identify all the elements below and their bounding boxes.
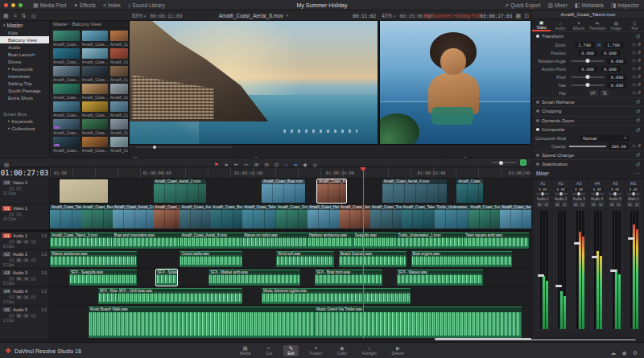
- value-x-field[interactable]: 1.700: [575, 42, 595, 48]
- source-clip-name-select[interactable]: Amalfi_Coast_Aerial_8.mov: [219, 10, 289, 20]
- audio-clip[interactable]: Waves ambience.wav: [50, 251, 137, 267]
- window-close-button[interactable]: [4, 3, 8, 7]
- solo-button[interactable]: S: [580, 202, 585, 207]
- timeline-options-icon-button[interactable]: ▤: [4, 155, 9, 170]
- param-slider[interactable]: [571, 60, 605, 62]
- window-zoom-button[interactable]: [19, 3, 23, 7]
- track-control-button[interactable]: M: [16, 258, 22, 263]
- timeline-options-button[interactable]: ▤: [4, 158, 9, 167]
- channel-fader[interactable]: [625, 209, 642, 331]
- track-control-button[interactable]: S: [23, 314, 29, 319]
- video-clip[interactable]: Amalfi_Coast_Town.mov: [456, 179, 483, 203]
- track-control-button[interactable]: [9, 277, 14, 282]
- value-x-field[interactable]: 0.000: [578, 66, 598, 72]
- track-header-v2[interactable]: V2Video 211 Clips: [0, 179, 49, 204]
- inspector-section-lens-correction[interactable]: Lens Correction↺: [532, 169, 644, 170]
- media-clip-card[interactable]: Amalfi_Coas...: [82, 31, 109, 47]
- timeline-zoom-slider[interactable]: [491, 162, 517, 163]
- mute-button[interactable]: M: [609, 202, 615, 207]
- video-clip[interactable]: Amalfi_Coast_Aerial_4.mov: [339, 205, 370, 228]
- media-clip-card[interactable]: Amalfi_Coas...: [82, 48, 109, 64]
- page-button-deliver[interactable]: ▶Deliver: [388, 345, 409, 357]
- media-clip-card[interactable]: Amalfi_Coas...: [110, 31, 128, 47]
- timeline-zoom-select[interactable]: 43%: [382, 13, 396, 19]
- mute-button[interactable]: M: [591, 202, 597, 207]
- channel-gain-value[interactable]: 0.00: [537, 187, 548, 191]
- channel-gain-value[interactable]: 0.00: [573, 187, 584, 191]
- video-clip[interactable]: Amalfi_Coast_Town.mov: [370, 205, 402, 228]
- bin-item-keywords[interactable]: ▸Keywords: [0, 65, 49, 72]
- reset-icon[interactable]: ↺: [635, 127, 640, 133]
- bin-item-boat-launch[interactable]: Boat Launch: [0, 51, 49, 58]
- pan-handle[interactable]: [632, 192, 634, 195]
- fader-handle[interactable]: [610, 270, 617, 272]
- solo-button[interactable]: S: [598, 202, 604, 207]
- scrub-handle[interactable]: [153, 146, 156, 149]
- section-enable-toggle[interactable]: [536, 119, 539, 122]
- track-control-button[interactable]: [9, 240, 14, 245]
- track-header-v1[interactable]: V1Video 115 Clips: [0, 204, 49, 232]
- topbar-metadata-button[interactable]: ◧Metadata: [575, 2, 604, 8]
- video-clip[interactable]: Amalfi_Coast_Kids.mov: [154, 205, 180, 228]
- track-lane-a2[interactable]: Waves ambience.wavCrowd walla.wavWind so…: [50, 250, 531, 269]
- track-control-button[interactable]: S: [23, 295, 29, 300]
- video-clip[interactable]: Amalfi_Coast_Sunset.mov: [469, 205, 500, 228]
- composite-mode-select[interactable]: Normal ▾: [580, 135, 630, 142]
- track-lane-v1[interactable]: Amalfi_Coast_Talent_3.movAmalfi_Coast_Be…: [50, 204, 531, 232]
- composite-section-header[interactable]: Composite ↺: [532, 125, 644, 134]
- bin-item-interviews[interactable]: Interviews: [0, 72, 49, 80]
- track-lane-a5[interactable]: Music Beach Walk.wavMusic Grand Via Trai…: [50, 306, 531, 339]
- media-clip-card[interactable]: Amalfi_Coas...: [82, 66, 109, 82]
- zoom-slider-handle[interactable]: [499, 161, 503, 165]
- timeline-ruler[interactable]: 01:0001:00:08:0001:00:16:0001:00:24:0001…: [50, 167, 531, 179]
- track-control-button[interactable]: [9, 295, 14, 300]
- window-minimize-button[interactable]: [11, 3, 15, 7]
- video-clip[interactable]: Amalfi_Coast_Kids.mov: [317, 179, 346, 203]
- audio-clip[interactable]: Music Beach Walk.wav: [89, 307, 315, 338]
- audio-clip[interactable]: SFX - Seagulls.wav: [69, 270, 137, 286]
- inspector-tab-video[interactable]: ▣Video: [532, 19, 551, 31]
- track-control-button[interactable]: [16, 212, 22, 217]
- topbar-mixer-button[interactable]: ▥Mixer: [547, 2, 568, 8]
- pan-handle[interactable]: [542, 192, 544, 195]
- tool-insert-button[interactable]: ⊞: [254, 155, 258, 170]
- track-header-a2[interactable]: A2Audio 22.0MS5 Clips: [0, 250, 49, 269]
- user-button[interactable]: ◉: [622, 344, 627, 358]
- track-control-button[interactable]: [31, 314, 36, 319]
- media-clip-card[interactable]: Amalfi_Coas...: [82, 101, 109, 117]
- mixer-channel-a4[interactable]: A40.00Audio 4MS: [589, 180, 606, 331]
- media-clip-card[interactable]: Amalfi_Coas...: [110, 66, 128, 82]
- video-clip[interactable]: Amalfi_Coast_Drone_2.mov: [276, 205, 308, 228]
- value-y-field[interactable]: 0.000: [601, 66, 621, 72]
- track-id-badge[interactable]: A3: [2, 270, 11, 275]
- timeline-name-select[interactable]: My Summer Holiday Edit: [423, 10, 486, 20]
- track-lane-a1[interactable]: Amalfi_Coast_Talent_3.movBoat and mounta…: [50, 232, 531, 250]
- param-slider[interactable]: [571, 84, 605, 86]
- page-button-color[interactable]: ◉Color: [333, 345, 351, 357]
- channel-gain-value[interactable]: 0.00: [628, 187, 639, 191]
- track-id-badge[interactable]: V1: [2, 206, 11, 211]
- track-id-badge[interactable]: V2: [2, 180, 11, 185]
- audio-clip[interactable]: SFX - Chill beat.wav: [118, 288, 242, 304]
- sort-button[interactable]: ⇅: [22, 13, 27, 19]
- track-control-button[interactable]: [31, 258, 36, 263]
- transform-section-header[interactable]: Transform ↺: [532, 31, 644, 41]
- page-button-cut[interactable]: ✂Cut: [262, 345, 276, 357]
- audio-clip[interactable]: Amalfi_Coast_Aerial_8.mov: [180, 232, 242, 249]
- track-control-button[interactable]: M: [16, 295, 22, 300]
- track-control-button[interactable]: S: [23, 258, 29, 263]
- inspector-tab-audio[interactable]: ♪Audio: [551, 19, 569, 31]
- solo-button[interactable]: S: [616, 202, 621, 207]
- solo-button[interactable]: S: [543, 202, 549, 207]
- channel-fader[interactable]: [535, 209, 551, 331]
- inspector-tab-image[interactable]: ▤Image: [607, 19, 625, 31]
- inspector-section-speed-change[interactable]: Speed Change↺: [532, 150, 644, 160]
- value-field[interactable]: 0.000: [607, 82, 627, 88]
- inspector-section-dynamic-zoom[interactable]: Dynamic Zoom↺: [532, 116, 644, 126]
- mixer-channel-a1[interactable]: A10.00Audio 1MS: [535, 180, 551, 331]
- mute-button[interactable]: M: [627, 202, 633, 207]
- media-clip-card[interactable]: Amalfi_Coas...: [53, 48, 80, 64]
- audio-clip[interactable]: Town square amb.wav: [464, 232, 529, 249]
- fader-handle[interactable]: [628, 237, 634, 240]
- track-control-button[interactable]: [9, 314, 14, 319]
